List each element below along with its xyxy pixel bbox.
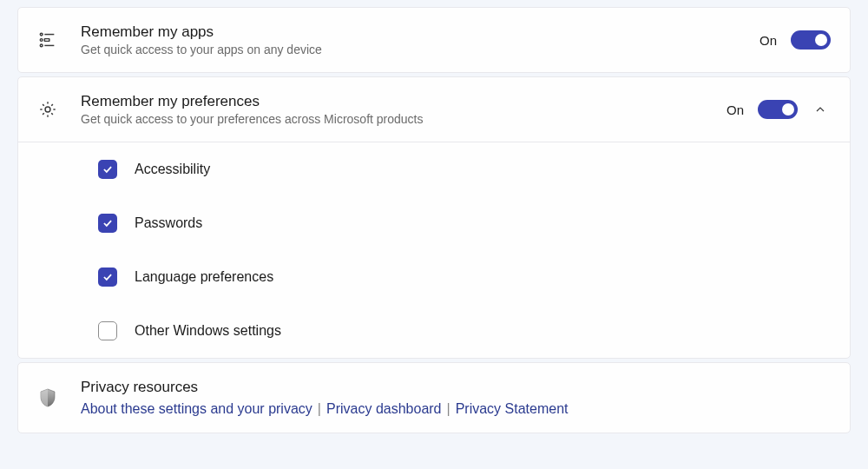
privacy-dashboard-link[interactable]: Privacy dashboard: [326, 401, 442, 416]
privacy-statement-link[interactable]: Privacy Statement: [456, 401, 569, 416]
expand-collapse-button[interactable]: [810, 99, 831, 120]
pref-passwords-checkbox[interactable]: [98, 214, 117, 233]
remember-prefs-desc: Get quick access to your preferences acr…: [81, 112, 727, 126]
svg-point-2: [40, 39, 43, 42]
separator: |: [318, 401, 321, 416]
remember-apps-toggle[interactable]: [791, 30, 831, 50]
remember-apps-row: Remember my apps Get quick access to you…: [18, 8, 850, 72]
remember-apps-card: Remember my apps Get quick access to you…: [17, 7, 851, 73]
pref-accessibility-label: Accessibility: [135, 162, 210, 177]
pref-item-passwords: Passwords: [18, 196, 850, 250]
remember-prefs-card: Remember my preferences Get quick access…: [17, 76, 851, 359]
separator: |: [447, 401, 450, 416]
pref-item-language: Language preferences: [18, 250, 850, 304]
shield-icon: [37, 387, 58, 408]
privacy-resources-title: Privacy resources: [81, 379, 831, 396]
svg-point-4: [40, 44, 43, 47]
gear-icon: [37, 99, 58, 120]
pref-other-label: Other Windows settings: [135, 323, 281, 339]
pref-other-checkbox[interactable]: [98, 321, 117, 340]
svg-point-6: [45, 107, 50, 112]
remember-apps-texts: Remember my apps Get quick access to you…: [81, 23, 760, 56]
privacy-resources-row: Privacy resources About these settings a…: [18, 363, 850, 433]
pref-accessibility-checkbox[interactable]: [98, 160, 117, 179]
svg-point-0: [40, 33, 43, 36]
remember-prefs-status: On: [727, 102, 744, 117]
privacy-links: About these settings and your privacy|Pr…: [81, 401, 831, 417]
remember-apps-desc: Get quick access to your apps on any dev…: [81, 43, 760, 56]
privacy-about-link[interactable]: About these settings and your privacy: [81, 401, 312, 416]
privacy-resources-card: Privacy resources About these settings a…: [17, 362, 851, 433]
pref-item-other: Other Windows settings: [18, 304, 850, 358]
pref-language-checkbox[interactable]: [98, 268, 117, 287]
remember-apps-status: On: [760, 33, 777, 48]
privacy-resources-texts: Privacy resources About these settings a…: [81, 379, 831, 417]
pref-item-accessibility: Accessibility: [18, 142, 850, 196]
pref-passwords-label: Passwords: [135, 215, 202, 231]
remember-prefs-toggle[interactable]: [758, 100, 798, 119]
svg-rect-3: [44, 39, 49, 42]
remember-prefs-row: Remember my preferences Get quick access…: [18, 77, 850, 142]
remember-prefs-texts: Remember my preferences Get quick access…: [81, 93, 727, 126]
remember-apps-title: Remember my apps: [81, 23, 760, 41]
remember-prefs-title: Remember my preferences: [81, 93, 727, 110]
apps-list-icon: [37, 30, 58, 50]
pref-language-label: Language preferences: [135, 269, 273, 285]
